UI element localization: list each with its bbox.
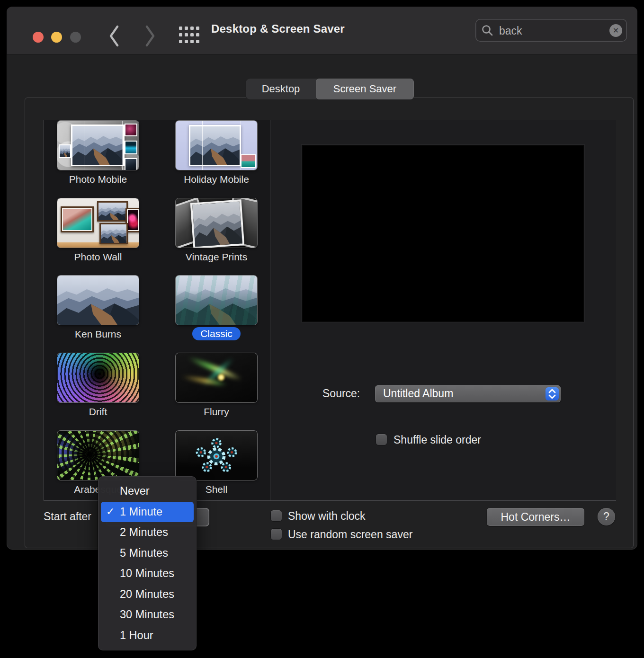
menu-item-label: 1 Minute — [120, 506, 162, 518]
search-clear-icon[interactable]: ✕ — [609, 24, 622, 37]
use-random-checkbox[interactable] — [271, 529, 282, 540]
close-button[interactable] — [33, 32, 44, 43]
menu-item-never[interactable]: Never — [98, 481, 197, 502]
saver-thumb-drift[interactable] — [57, 353, 139, 402]
shuffle-checkbox[interactable] — [376, 434, 387, 445]
saver-label-photo-mobile: Photo Mobile — [57, 174, 139, 185]
menu-item-1-minute[interactable]: ✓1 Minute — [101, 502, 194, 523]
saver-browser: Photo MobileHoliday MobilePhoto WallVint… — [44, 120, 616, 501]
saver-detail-panel: Source: Untitled Album Shuffle slide — [270, 120, 616, 500]
popup-stepper-icon — [546, 387, 559, 400]
help-button[interactable]: ? — [598, 508, 615, 525]
zoom-button[interactable] — [70, 32, 81, 43]
saver-thumb-vintage-prints[interactable] — [176, 198, 257, 248]
saver-thumb-ken-burns[interactable] — [57, 276, 139, 325]
menu-item-2-minutes[interactable]: 2 Minutes — [98, 522, 197, 543]
search-input[interactable] — [498, 19, 604, 43]
saver-label-drift: Drift — [57, 406, 139, 418]
show-with-clock-checkbox[interactable] — [271, 510, 282, 521]
shuffle-row: Shuffle slide order — [270, 434, 616, 446]
menu-item-1-hour[interactable]: 1 Hour — [98, 625, 197, 646]
window-title: Desktop & Screen Saver — [211, 22, 345, 36]
menu-item-label: 30 Minutes — [120, 608, 174, 621]
screen-saver-preview — [303, 146, 583, 321]
menu-item-label: 1 Hour — [120, 629, 153, 642]
screen: Desktop & Screen Saver ✕ Desktop Screen … — [0, 0, 644, 658]
menu-item-label: 20 Minutes — [120, 588, 174, 601]
saver-thumb-photo-mobile[interactable] — [57, 121, 139, 170]
menu-item-label: 10 Minutes — [120, 567, 174, 580]
saver-thumb-holiday-mobile[interactable] — [176, 121, 257, 170]
saver-thumb-flurry[interactable] — [176, 353, 257, 402]
saver-label-classic: Classic — [176, 327, 257, 340]
menu-item-label: 2 Minutes — [120, 526, 168, 539]
saver-thumb-photo-wall[interactable] — [57, 198, 139, 248]
search-icon — [481, 24, 493, 36]
saver-label-vintage-prints: Vintage Prints — [176, 251, 257, 263]
shell-art — [176, 431, 257, 480]
show-all-grid-icon[interactable] — [179, 27, 201, 45]
saver-list: Photo MobileHoliday MobilePhoto WallVint… — [44, 120, 270, 500]
menu-item-label: Never — [120, 485, 150, 498]
saver-label-flurry: Flurry — [176, 406, 257, 418]
start-after-menu: Never✓1 Minute2 Minutes5 Minutes10 Minut… — [98, 476, 197, 650]
checkmark-icon: ✓ — [106, 506, 118, 518]
source-popup-button[interactable]: Untitled Album — [375, 385, 561, 402]
saver-thumb-shell[interactable] — [176, 431, 257, 480]
show-with-clock-label: Show with clock — [288, 510, 366, 523]
saver-label-ken-burns: Ken Burns — [57, 329, 139, 340]
shuffle-label: Shuffle slide order — [394, 434, 481, 446]
source-row: Source: Untitled Album — [270, 385, 616, 402]
selected-saver-pill: Classic — [192, 327, 241, 340]
minimize-button[interactable] — [51, 32, 62, 43]
saver-thumb-classic[interactable] — [176, 276, 257, 325]
saver-label-holiday-mobile: Holiday Mobile — [176, 174, 257, 185]
preferences-window: Desktop & Screen Saver ✕ Desktop Screen … — [7, 7, 637, 550]
saver-label-photo-wall: Photo Wall — [57, 251, 139, 263]
saver-thumb-arabesque[interactable] — [57, 431, 139, 480]
search-field[interactable]: ✕ — [475, 19, 627, 42]
start-after-label: Start after — [44, 510, 91, 523]
menu-item-10-minutes[interactable]: 10 Minutes — [98, 563, 197, 584]
hot-corners-button[interactable]: Hot Corners… — [487, 508, 584, 526]
title-bar: Desktop & Screen Saver ✕ — [7, 7, 637, 54]
mountain-art — [57, 276, 139, 325]
source-label: Source: — [322, 387, 360, 400]
menu-item-label: 5 Minutes — [120, 547, 168, 560]
menu-item-5-minutes[interactable]: 5 Minutes — [98, 543, 197, 564]
menu-item-20-minutes[interactable]: 20 Minutes — [98, 584, 197, 605]
menu-item-30-minutes[interactable]: 30 Minutes — [98, 605, 197, 625]
mountain-art — [98, 203, 126, 220]
mountain-art — [101, 224, 126, 243]
tab-desktop[interactable]: Desktop — [246, 79, 316, 99]
mountain-art — [192, 201, 242, 247]
source-popup-value: Untitled Album — [383, 387, 453, 400]
forward-button[interactable] — [142, 23, 158, 49]
back-button[interactable] — [106, 23, 122, 49]
use-random-label: Use random screen saver — [288, 528, 412, 541]
tab-screen-saver[interactable]: Screen Saver — [316, 79, 414, 99]
tab-bar: Desktop Screen Saver — [246, 79, 414, 99]
